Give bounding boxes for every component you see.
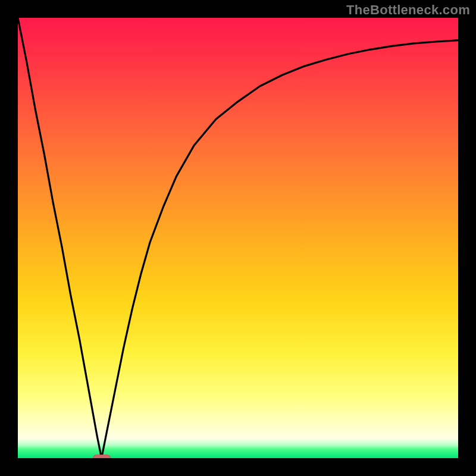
bottleneck-curve <box>18 18 458 458</box>
curve-layer <box>18 18 458 458</box>
plot-area <box>18 18 458 458</box>
watermark-text: TheBottleneck.com <box>346 2 470 18</box>
chart-frame: TheBottleneck.com <box>0 0 476 476</box>
optimal-marker <box>93 455 111 458</box>
